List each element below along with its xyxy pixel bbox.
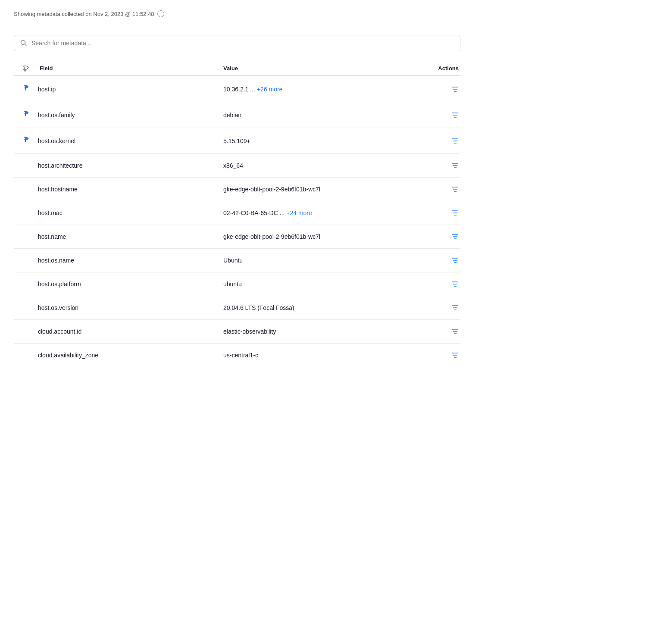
pin-icon[interactable]	[22, 136, 30, 146]
pin-col[interactable]	[14, 136, 38, 146]
filter-icon[interactable]	[452, 234, 459, 240]
actions-col	[409, 138, 460, 144]
pin-col	[14, 351, 38, 359]
field-value: 02-42-C0-BA-65-DC ... +24 more	[223, 209, 409, 216]
pin-col[interactable]	[14, 84, 38, 94]
actions-col	[409, 352, 460, 358]
pin-col[interactable]	[14, 110, 38, 120]
table-row: host.architecturex86_64	[14, 154, 460, 178]
filter-icon[interactable]	[452, 281, 459, 287]
table-body: host.ip10.36.2.1 ... +26 more host.os.fa…	[14, 76, 460, 367]
pin-icon[interactable]	[22, 110, 30, 120]
filter-icon[interactable]	[452, 352, 459, 358]
search-input[interactable]	[31, 40, 454, 47]
pin-col	[14, 162, 38, 169]
pin-placeholder	[22, 185, 30, 193]
field-name: host.name	[38, 233, 223, 240]
field-name: cloud.availability_zone	[38, 352, 223, 359]
field-name: host.os.family	[38, 112, 223, 119]
filter-icon[interactable]	[452, 86, 459, 92]
actions-col	[409, 186, 460, 192]
actions-col	[409, 234, 460, 240]
pin-col	[14, 233, 38, 241]
pin-col	[14, 185, 38, 193]
field-value: 5.15.109+	[223, 138, 409, 144]
field-name: host.os.kernel	[38, 138, 223, 144]
field-value-text: 02-42-C0-BA-65-DC ...	[223, 209, 286, 216]
metadata-header: Showing metadata collected on Nov 2, 202…	[14, 10, 460, 17]
actions-col	[409, 112, 460, 118]
field-name: host.os.platform	[38, 281, 223, 288]
pin-placeholder	[22, 328, 30, 335]
pin-col	[14, 304, 38, 312]
field-value: us-central1-c	[223, 352, 409, 359]
actions-col	[409, 210, 460, 216]
more-link[interactable]: +26 more	[257, 86, 283, 93]
actions-col	[409, 305, 460, 311]
field-name: host.ip	[38, 86, 223, 93]
pin-placeholder	[22, 162, 30, 169]
field-value: elastic-observability	[223, 328, 409, 335]
header-pin-col	[14, 65, 38, 72]
field-value: Ubuntu	[223, 257, 409, 264]
table-header: Field Value Actions	[14, 62, 460, 76]
table-row: host.namegke-edge-oblt-pool-2-9eb6f01b-w…	[14, 225, 460, 249]
search-container	[14, 35, 460, 51]
pin-placeholder	[22, 256, 30, 264]
pin-placeholder	[22, 280, 30, 288]
field-value: debian	[223, 112, 409, 119]
header-divider	[14, 26, 460, 26]
info-icon[interactable]: i	[157, 10, 164, 17]
field-value: x86_64	[223, 162, 409, 169]
field-value: ubuntu	[223, 281, 409, 288]
field-name: host.os.name	[38, 257, 223, 264]
filter-icon[interactable]	[452, 138, 459, 144]
pin-placeholder	[22, 351, 30, 359]
table-row: cloud.account.idelastic-observability	[14, 320, 460, 344]
field-name: host.mac	[38, 209, 223, 216]
field-value: gke-edge-oblt-pool-2-9eb6f01b-wc7l	[223, 186, 409, 193]
table-row: host.os.version20.04.6 LTS (Focal Fossa)	[14, 296, 460, 320]
filter-icon[interactable]	[452, 257, 459, 263]
actions-col	[409, 281, 460, 287]
filter-icon[interactable]	[452, 186, 459, 192]
actions-col	[409, 328, 460, 335]
actions-col	[409, 163, 460, 169]
actions-col	[409, 86, 460, 92]
field-value: 10.36.2.1 ... +26 more	[223, 86, 409, 93]
table-row: host.hostnamegke-edge-oblt-pool-2-9eb6f0…	[14, 178, 460, 201]
field-value: gke-edge-oblt-pool-2-9eb6f01b-wc7l	[223, 233, 409, 240]
table-row: cloud.availability_zoneus-central1-c	[14, 344, 460, 367]
table-row: host.ip10.36.2.1 ... +26 more	[14, 76, 460, 102]
field-name: host.architecture	[38, 162, 223, 169]
actions-col	[409, 257, 460, 263]
field-name: cloud.account.id	[38, 328, 223, 335]
metadata-timestamp-label: Showing metadata collected on Nov 2, 202…	[14, 11, 154, 17]
table-row: host.os.familydebian	[14, 102, 460, 128]
field-value: 20.04.6 LTS (Focal Fossa)	[223, 304, 409, 311]
more-link[interactable]: +24 more	[286, 209, 312, 216]
table-row: host.os.kernel5.15.109+	[14, 128, 460, 154]
pin-placeholder	[22, 233, 30, 241]
filter-icon[interactable]	[452, 305, 459, 311]
pin-col	[14, 209, 38, 217]
column-header-actions: Actions	[409, 65, 460, 72]
table-row: host.os.platformubuntu	[14, 272, 460, 296]
filter-icon[interactable]	[452, 112, 459, 118]
filter-icon[interactable]	[452, 328, 459, 335]
filter-icon[interactable]	[452, 210, 459, 216]
field-name: host.hostname	[38, 186, 223, 193]
search-icon	[20, 40, 27, 47]
pin-icon[interactable]	[22, 84, 30, 94]
field-name: host.os.version	[38, 304, 223, 311]
column-header-value: Value	[223, 65, 409, 72]
filter-icon[interactable]	[452, 163, 459, 169]
table-row: host.mac02-42-C0-BA-65-DC ... +24 more	[14, 201, 460, 225]
pin-col	[14, 280, 38, 288]
field-value-text: 10.36.2.1 ...	[223, 86, 257, 93]
pin-col	[14, 256, 38, 264]
pin-placeholder	[22, 304, 30, 312]
pin-col	[14, 328, 38, 335]
svg-line-1	[25, 44, 27, 46]
column-header-field: Field	[38, 65, 223, 72]
